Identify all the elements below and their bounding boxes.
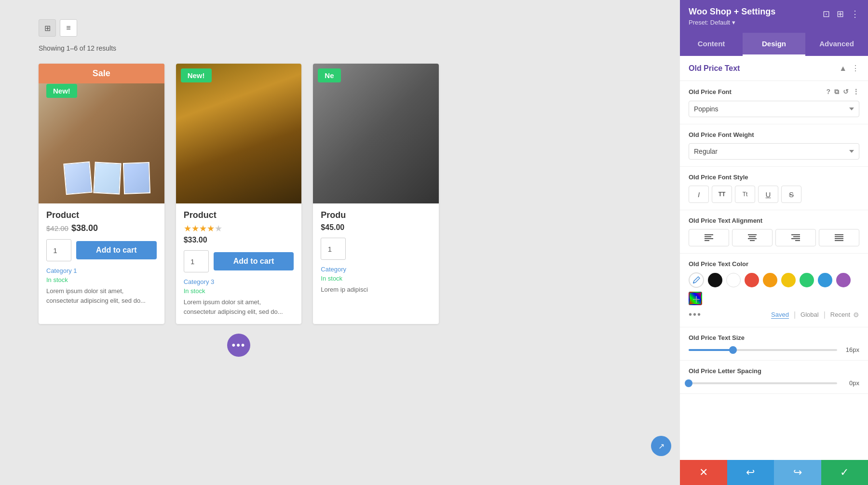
color-tab-global[interactable]: Global bbox=[800, 311, 819, 318]
reset-icon[interactable]: ↺ bbox=[843, 88, 849, 96]
cancel-button[interactable]: ✕ bbox=[680, 460, 727, 485]
product-1-cart-row: Add to cart bbox=[46, 239, 157, 261]
color-red[interactable] bbox=[745, 273, 759, 287]
section-title: Old Price Text bbox=[689, 64, 740, 73]
product-3-title: Produ bbox=[321, 210, 431, 220]
underline-button[interactable]: U bbox=[758, 186, 778, 203]
more-button[interactable]: ••• bbox=[227, 334, 250, 357]
product-1-add-to-cart[interactable]: Add to cart bbox=[76, 241, 157, 259]
product-3-qty[interactable] bbox=[321, 238, 346, 260]
product-3-price: $45.00 bbox=[321, 223, 344, 232]
product-3-stock: In stock bbox=[321, 275, 431, 282]
list-view-button[interactable]: ≡ bbox=[60, 19, 77, 37]
product-1-title: Product bbox=[46, 210, 157, 220]
product-1-qty[interactable] bbox=[46, 239, 71, 261]
tab-advanced[interactable]: Advanced bbox=[805, 33, 868, 56]
tab-design[interactable]: Design bbox=[743, 33, 805, 56]
font-weight-row: Old Price Font Weight Regular bbox=[680, 124, 868, 167]
font-more-icon[interactable]: ⋮ bbox=[853, 88, 859, 96]
product-2-title: Product bbox=[184, 210, 294, 220]
new-badge-1: New! bbox=[46, 84, 77, 98]
color-actions: ••• Saved | Global | Recent ⚙ bbox=[689, 309, 859, 320]
product-2-cart-row: Add to cart bbox=[184, 250, 294, 272]
confirm-button[interactable]: ✓ bbox=[821, 460, 868, 485]
capitalize-button[interactable]: Tt bbox=[735, 186, 755, 203]
tab-content[interactable]: Content bbox=[680, 33, 743, 56]
panel-title: Woo Shop + Settings bbox=[689, 7, 775, 17]
panel-header-text: Woo Shop + Settings Preset: Default ▾ bbox=[689, 7, 775, 26]
copy-icon[interactable]: ⧉ bbox=[834, 88, 839, 96]
align-left-button[interactable] bbox=[689, 229, 729, 246]
color-blue[interactable] bbox=[818, 273, 832, 287]
font-select[interactable]: Poppins bbox=[689, 101, 859, 117]
svg-point-16 bbox=[693, 282, 694, 283]
svg-rect-15 bbox=[835, 240, 843, 241]
color-more-icon[interactable]: ••• bbox=[689, 309, 702, 320]
color-orange[interactable] bbox=[763, 273, 777, 287]
svg-rect-6 bbox=[748, 238, 757, 239]
collapse-icon[interactable]: ▲ bbox=[839, 64, 847, 73]
product-3-desc: Lorem ip adipisci bbox=[321, 285, 431, 295]
product-card-1: Sale New! Product $42.00 $38.00 Add to c… bbox=[39, 64, 164, 324]
svg-rect-14 bbox=[835, 238, 843, 239]
section-more-icon[interactable]: ⋮ bbox=[852, 64, 859, 73]
action-bar: ✕ ↩ ↪ ✓ bbox=[680, 460, 868, 485]
letter-spacing-slider-wrap bbox=[689, 382, 837, 384]
mini-photo-1 bbox=[63, 162, 92, 195]
product-1-image: Sale New! bbox=[39, 64, 164, 203]
main-content: ⊞ ≡ Showing 1–6 of 12 results Sale New! … bbox=[0, 0, 477, 485]
svg-rect-13 bbox=[835, 236, 843, 237]
view-controls: ⊞ ≡ bbox=[39, 19, 439, 37]
help-icon[interactable]: ? bbox=[826, 88, 830, 96]
align-justify-button[interactable] bbox=[819, 229, 859, 246]
italic-button[interactable]: I bbox=[689, 186, 709, 203]
product-3-bg bbox=[313, 64, 439, 203]
product-1-stock: In stock bbox=[46, 276, 157, 283]
color-picker-button[interactable] bbox=[689, 272, 704, 288]
more-dots-icon: ••• bbox=[231, 339, 245, 351]
product-3-category[interactable]: Category bbox=[321, 266, 431, 273]
grid-view-button[interactable]: ⊞ bbox=[39, 19, 56, 37]
product-2-body: Product ★★★★★ $33.00 Add to cart Categor… bbox=[176, 203, 302, 324]
color-purple[interactable] bbox=[836, 273, 851, 287]
color-yellow[interactable] bbox=[781, 273, 796, 287]
svg-rect-8 bbox=[791, 234, 800, 235]
scroll-nav-icon[interactable]: ↗ bbox=[651, 436, 671, 456]
more-options-icon[interactable]: ⋮ bbox=[851, 9, 859, 19]
color-white[interactable] bbox=[726, 273, 741, 287]
letter-spacing-label: Old Price Letter Spacing bbox=[689, 367, 859, 375]
align-right-button[interactable] bbox=[775, 229, 816, 246]
redo-button[interactable]: ↪ bbox=[774, 460, 821, 485]
uppercase-button[interactable]: TT bbox=[712, 186, 732, 203]
font-style-buttons: I TT Tt U S bbox=[689, 186, 859, 203]
responsive-icon[interactable]: ⊡ bbox=[823, 9, 830, 19]
color-green[interactable] bbox=[800, 273, 814, 287]
align-center-button[interactable] bbox=[732, 229, 773, 246]
panel-content: Old Price Text ▲ ⋮ Old Price Font ? ⧉ ↺ … bbox=[680, 56, 868, 460]
product-2-qty[interactable] bbox=[184, 250, 209, 272]
undo-button[interactable]: ↩ bbox=[727, 460, 774, 485]
product-2-add-to-cart[interactable]: Add to cart bbox=[214, 252, 294, 270]
product-1-category[interactable]: Category 1 bbox=[46, 267, 157, 274]
color-tab-recent[interactable]: Recent bbox=[830, 311, 850, 318]
font-label: Old Price Font ? ⧉ ↺ ⋮ bbox=[689, 88, 859, 96]
letter-spacing-row: Old Price Letter Spacing 0px bbox=[680, 361, 868, 394]
layout-icon[interactable]: ⊞ bbox=[837, 9, 844, 19]
font-style-label: Old Price Font Style bbox=[689, 174, 859, 181]
color-black[interactable] bbox=[708, 273, 722, 287]
panel-preset[interactable]: Preset: Default ▾ bbox=[689, 19, 775, 26]
strikethrough-button[interactable]: S bbox=[781, 186, 801, 203]
color-tab-saved[interactable]: Saved bbox=[771, 311, 789, 319]
product-2-stock: In stock bbox=[184, 287, 294, 295]
mini-photo-2 bbox=[93, 162, 121, 195]
color-custom[interactable] bbox=[689, 292, 702, 305]
panel-header-icons: ⊡ ⊞ ⋮ bbox=[823, 7, 859, 19]
product-1-old-price: $42.00 bbox=[46, 224, 68, 232]
products-grid: Sale New! Product $42.00 $38.00 Add to c… bbox=[39, 64, 439, 324]
font-weight-select[interactable]: Regular bbox=[689, 143, 859, 160]
text-color-label: Old Price Text Color bbox=[689, 260, 859, 268]
product-2-category[interactable]: Category 3 bbox=[184, 278, 294, 285]
color-settings-icon[interactable]: ⚙ bbox=[853, 311, 859, 319]
font-weight-label: Old Price Font Weight bbox=[689, 131, 859, 138]
svg-rect-7 bbox=[750, 240, 755, 241]
